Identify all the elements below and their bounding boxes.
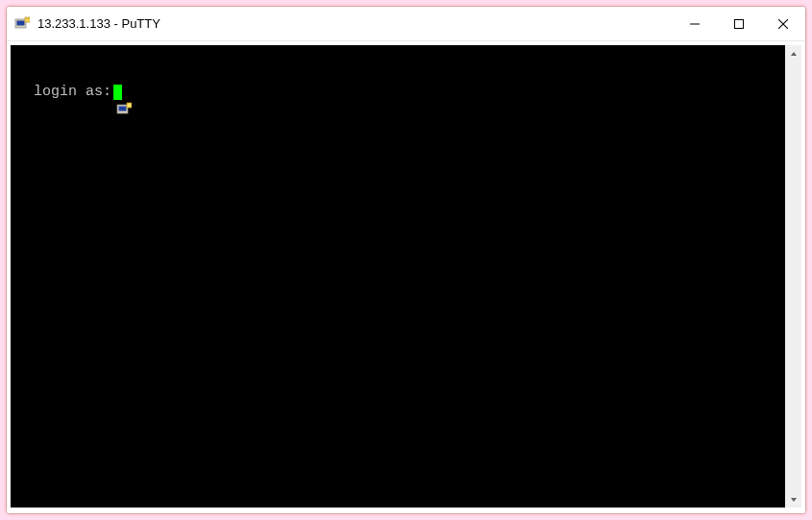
titlebar[interactable]: 13.233.1.133 - PuTTY bbox=[7, 7, 805, 41]
terminal-container: login as: bbox=[11, 45, 801, 508]
scroll-down-icon bbox=[790, 496, 798, 504]
svg-marker-12 bbox=[791, 52, 797, 56]
terminal-line: login as: bbox=[12, 84, 779, 101]
putty-sysmenu-icon[interactable] bbox=[12, 85, 28, 100]
window-title: 13.233.1.133 - PuTTY bbox=[37, 16, 160, 31]
scroll-down-button[interactable] bbox=[785, 491, 801, 508]
minimize-button[interactable] bbox=[673, 7, 717, 40]
vertical-scrollbar[interactable] bbox=[785, 45, 801, 508]
putty-icon bbox=[14, 16, 30, 32]
close-icon bbox=[778, 19, 788, 29]
svg-rect-6 bbox=[735, 19, 744, 28]
close-button[interactable] bbox=[761, 7, 805, 40]
svg-rect-1 bbox=[17, 20, 25, 25]
scrollbar-track[interactable] bbox=[785, 62, 801, 491]
scroll-up-icon bbox=[790, 50, 798, 58]
scroll-up-button[interactable] bbox=[785, 45, 801, 62]
client-area: login as: bbox=[7, 41, 805, 513]
maximize-button[interactable] bbox=[717, 7, 761, 40]
putty-window: 13.233.1.133 - PuTTY bbox=[6, 6, 806, 514]
window-controls bbox=[673, 7, 805, 40]
minimize-icon bbox=[690, 19, 700, 29]
terminal-cursor bbox=[113, 85, 122, 100]
terminal[interactable]: login as: bbox=[11, 45, 785, 508]
login-prompt: login as: bbox=[34, 84, 111, 101]
svg-rect-10 bbox=[119, 107, 127, 111]
maximize-icon bbox=[734, 19, 744, 29]
svg-rect-11 bbox=[127, 103, 132, 108]
svg-marker-13 bbox=[791, 498, 797, 502]
